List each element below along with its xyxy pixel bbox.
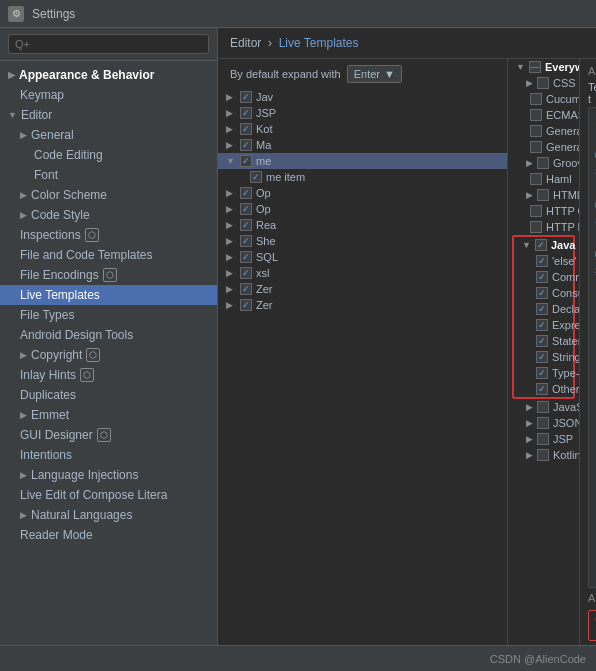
java-string-item[interactable]: ✓ String <box>514 349 573 365</box>
sidebar-item-editor[interactable]: ▼ Editor <box>0 105 217 125</box>
sidebar-item-reader-mode[interactable]: Reader Mode <box>0 525 217 545</box>
checkbox[interactable]: ✓ <box>250 171 262 183</box>
tree-item-react[interactable]: ▶ ✓ Rea <box>218 217 507 233</box>
checkbox[interactable]: ✓ <box>240 267 252 279</box>
checkbox[interactable] <box>530 221 542 233</box>
tree-item-zer2[interactable]: ▶ ✓ Zer <box>218 297 507 313</box>
checkbox[interactable]: ✓ <box>536 287 548 299</box>
tree-item-me-child[interactable]: ✓ me item <box>218 169 507 185</box>
sidebar-item-file-code-templates[interactable]: File and Code Templates <box>0 245 217 265</box>
everywhere-group[interactable]: ▼ — Everywhere <box>508 59 579 75</box>
html-item[interactable]: ▶ HTML <box>508 187 579 203</box>
tree-item-kotlin[interactable]: ▶ ✓ Kot <box>218 121 507 137</box>
checkbox[interactable]: ✓ <box>240 299 252 311</box>
js-ts-item[interactable]: ▶ JavaScript and TypeScript <box>508 399 579 415</box>
tree-item-java[interactable]: ▶ ✓ Jav <box>218 89 507 105</box>
sidebar-item-live-templates[interactable]: Live Templates <box>0 285 217 305</box>
tree-item-xsl[interactable]: ▶ ✓ xsl <box>218 265 507 281</box>
tree-item-op1[interactable]: ▶ ✓ Op <box>218 185 507 201</box>
java-expression-item[interactable]: ✓ Expression <box>514 317 573 333</box>
sidebar-item-duplicates[interactable]: Duplicates <box>0 385 217 405</box>
checkbox[interactable] <box>537 449 549 461</box>
checkbox[interactable] <box>530 93 542 105</box>
jsp-item[interactable]: ▶ JSP <box>508 431 579 447</box>
java-else-item[interactable]: ✓ 'else' position <box>514 253 573 269</box>
haml-item[interactable]: Haml <box>508 171 579 187</box>
sidebar-item-emmet[interactable]: ▶ Emmet <box>0 405 217 425</box>
java-consumer-item[interactable]: ✓ Consumer function <box>514 285 573 301</box>
tree-item-me[interactable]: ▼ ✓ me <box>218 153 507 169</box>
tree-item-she[interactable]: ▶ ✓ She <box>218 233 507 249</box>
checkbox[interactable]: ✓ <box>240 219 252 231</box>
checkbox[interactable] <box>537 433 549 445</box>
sidebar-item-inlay-hints[interactable]: Inlay Hints ⬡ <box>0 365 217 385</box>
java-statement-item[interactable]: ✓ Statement <box>514 333 573 349</box>
sidebar-item-live-edit[interactable]: Live Edit of Compose Litera <box>0 485 217 505</box>
sidebar-item-file-types[interactable]: File Types <box>0 305 217 325</box>
tree-item-markdown[interactable]: ▶ ✓ Ma <box>218 137 507 153</box>
tree-item-zer1[interactable]: ▶ ✓ Zer <box>218 281 507 297</box>
checkbox[interactable] <box>537 77 549 89</box>
sidebar-item-natural-languages[interactable]: ▶ Natural Languages <box>0 505 217 525</box>
sidebar-item-file-encodings[interactable]: File Encodings ⬡ <box>0 265 217 285</box>
java-declaration-item[interactable]: ✓ Declaration <box>514 301 573 317</box>
checkbox[interactable]: ✓ <box>240 203 252 215</box>
sidebar-item-inspections[interactable]: Inspections ⬡ <box>0 225 217 245</box>
groovy-item[interactable]: ▶ Groovy <box>508 155 579 171</box>
yaml-file-item[interactable]: General .yaml file <box>508 139 579 155</box>
checkbox[interactable] <box>530 173 542 185</box>
kotlin-item[interactable]: ▶ Kotlin <box>508 447 579 463</box>
sidebar-item-appearance[interactable]: ▶ Appearance & Behavior <box>0 65 217 85</box>
checkbox[interactable] <box>530 205 542 217</box>
java-comment-item[interactable]: ✓ Comment <box>514 269 573 285</box>
http-request-item[interactable]: HTTP Request <box>508 219 579 235</box>
checkbox[interactable]: ✓ <box>536 319 548 331</box>
sidebar-item-copyright[interactable]: ▶ Copyright ⬡ <box>0 345 217 365</box>
css-item[interactable]: ▶ CSS <box>508 75 579 91</box>
sidebar-item-font[interactable]: Font <box>0 165 217 185</box>
checkbox[interactable]: ✓ <box>536 271 548 283</box>
checkbox[interactable] <box>537 189 549 201</box>
java-type-matching-item[interactable]: ✓ Type-matching completion <box>514 365 573 381</box>
checkbox[interactable]: ✓ <box>240 251 252 263</box>
java-other-item[interactable]: ✓ Other <box>514 381 573 397</box>
ecmascript-item[interactable]: ECMAScript 6 or higher <box>508 107 579 123</box>
sidebar-item-language-injections[interactable]: ▶ Language Injections <box>0 465 217 485</box>
checkbox[interactable]: ✓ <box>240 139 252 151</box>
change-button[interactable]: Change ∨ <box>588 610 596 641</box>
sidebar-item-color-scheme[interactable]: ▶ Color Scheme <box>0 185 217 205</box>
checkbox[interactable]: ✓ <box>535 239 547 251</box>
checkbox[interactable]: ✓ <box>240 91 252 103</box>
sidebar-item-intentions[interactable]: Intentions <box>0 445 217 465</box>
tree-item-op2[interactable]: ▶ ✓ Op <box>218 201 507 217</box>
sidebar-item-code-style[interactable]: ▶ Code Style <box>0 205 217 225</box>
checkbox[interactable]: ✓ <box>240 187 252 199</box>
checkbox[interactable]: ✓ <box>536 351 548 363</box>
http-env-item[interactable]: HTTP Client environment file <box>508 203 579 219</box>
checkbox[interactable] <box>537 417 549 429</box>
json-item[interactable]: ▶ JSON <box>508 415 579 431</box>
checkbox[interactable]: ✓ <box>536 335 548 347</box>
sidebar-item-android-design[interactable]: Android Design Tools <box>0 325 217 345</box>
checkbox[interactable] <box>530 141 542 153</box>
sidebar-item-keymap[interactable]: Keymap <box>0 85 217 105</box>
sidebar-item-general[interactable]: ▶ General <box>0 125 217 145</box>
checkbox[interactable]: ✓ <box>536 303 548 315</box>
sidebar-item-gui-designer[interactable]: GUI Designer ⬡ <box>0 425 217 445</box>
checkbox[interactable]: ✓ <box>536 255 548 267</box>
checkbox[interactable] <box>530 109 542 121</box>
sidebar-item-code-editing[interactable]: Code Editing <box>0 145 217 165</box>
checkbox[interactable]: ✓ <box>240 235 252 247</box>
checkbox[interactable] <box>530 125 542 137</box>
checkbox[interactable] <box>537 401 549 413</box>
checkbox[interactable]: ✓ <box>240 155 252 167</box>
json-file-item[interactable]: General .json file <box>508 123 579 139</box>
search-input[interactable] <box>8 34 209 54</box>
expand-dropdown[interactable]: Enter ▼ <box>347 65 402 83</box>
tree-item-jsp[interactable]: ▶ ✓ JSP <box>218 105 507 121</box>
checkbox[interactable] <box>537 157 549 169</box>
code-area[interactable]: /** * @param $param$ * @return $return$ … <box>588 107 596 588</box>
cucumber-item[interactable]: Cucumber feature <box>508 91 579 107</box>
tree-item-sql[interactable]: ▶ ✓ SQL <box>218 249 507 265</box>
checkbox[interactable]: ✓ <box>240 107 252 119</box>
